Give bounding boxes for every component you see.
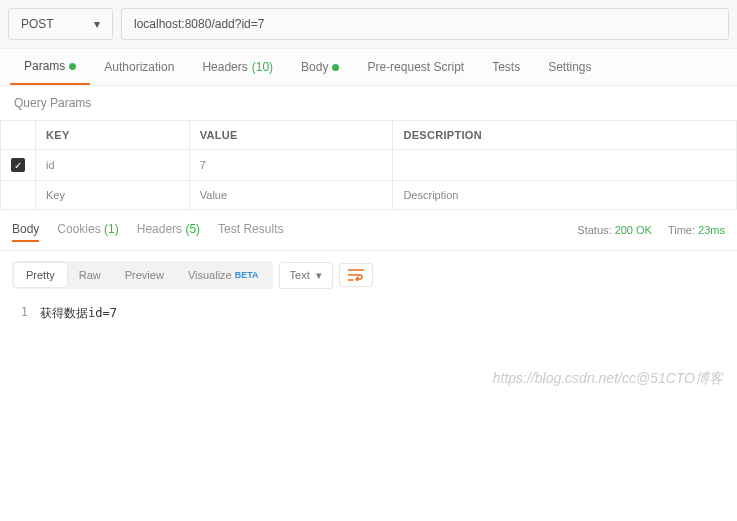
param-value[interactable]: 7 — [189, 150, 393, 181]
status-value: 200 OK — [615, 224, 652, 236]
chevron-down-icon: ▾ — [94, 17, 100, 31]
request-tabs: Params Authorization Headers (10) Body P… — [0, 49, 737, 86]
url-input[interactable] — [121, 8, 729, 40]
param-key[interactable]: id — [36, 150, 190, 181]
tab-headers[interactable]: Headers (10) — [188, 49, 287, 85]
tab-tests[interactable]: Tests — [478, 49, 534, 85]
tab-settings[interactable]: Settings — [534, 49, 605, 85]
chevron-down-icon: ▾ — [316, 269, 322, 282]
resp-tab-cookies[interactable]: Cookies (1) — [57, 218, 118, 242]
checkbox[interactable]: ✓ — [11, 158, 25, 172]
http-method-value: POST — [21, 17, 54, 31]
content-type-select[interactable]: Text ▾ — [279, 262, 333, 289]
table-row-empty: Key Value Description — [1, 181, 737, 210]
response-tabs: Body Cookies (1) Headers (5) Test Result… — [12, 218, 283, 242]
response-meta: Status: 200 OK Time: 23ms — [577, 224, 725, 236]
param-key-placeholder[interactable]: Key — [36, 181, 190, 210]
dot-icon — [69, 63, 76, 70]
tab-authorization[interactable]: Authorization — [90, 49, 188, 85]
resp-tab-headers[interactable]: Headers (5) — [137, 218, 200, 242]
watermark: https://blog.csdn.net/cc@51CTO博客 — [0, 362, 737, 398]
param-desc-placeholder[interactable]: Description — [393, 181, 737, 210]
param-desc[interactable] — [393, 150, 737, 181]
desc-header: DESCRIPTION — [393, 121, 737, 150]
tab-params[interactable]: Params — [10, 49, 90, 85]
view-preview[interactable]: Preview — [113, 263, 176, 287]
view-mode-tabs: Pretty Raw Preview VisualizeBETA — [12, 261, 273, 289]
dot-icon — [332, 64, 339, 71]
wrap-lines-button[interactable] — [339, 263, 373, 287]
value-header: VALUE — [189, 121, 393, 150]
view-raw[interactable]: Raw — [67, 263, 113, 287]
key-header: KEY — [36, 121, 190, 150]
view-pretty[interactable]: Pretty — [14, 263, 67, 287]
line-number: 1 — [0, 305, 40, 322]
table-row: ✓ id 7 — [1, 150, 737, 181]
view-visualize[interactable]: VisualizeBETA — [176, 263, 271, 287]
beta-badge: BETA — [235, 270, 259, 280]
query-params-table: KEY VALUE DESCRIPTION ✓ id 7 Key Value D… — [0, 120, 737, 210]
param-value-placeholder[interactable]: Value — [189, 181, 393, 210]
http-method-select[interactable]: POST ▾ — [8, 8, 113, 40]
query-params-title: Query Params — [0, 86, 737, 120]
wrap-icon — [348, 269, 364, 281]
time-value: 23ms — [698, 224, 725, 236]
checkbox-header — [1, 121, 36, 150]
response-body: 1 获得数据id=7 — [0, 299, 737, 362]
tab-body[interactable]: Body — [287, 49, 353, 85]
code-line[interactable]: 获得数据id=7 — [40, 305, 117, 322]
tab-prerequest[interactable]: Pre-request Script — [353, 49, 478, 85]
resp-tab-testresults[interactable]: Test Results — [218, 218, 283, 242]
resp-tab-body[interactable]: Body — [12, 218, 39, 242]
